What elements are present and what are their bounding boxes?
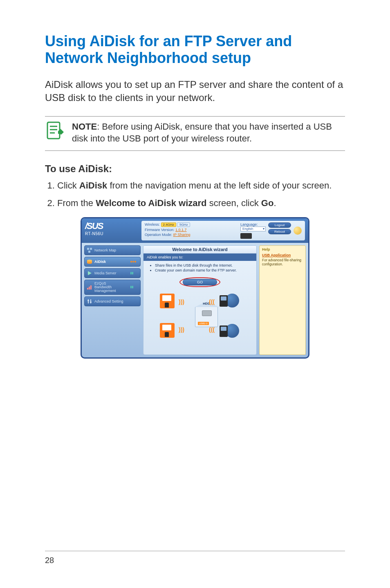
svg-rect-5 — [90, 248, 92, 250]
status-bars-icon — [130, 272, 139, 275]
status-bars-icon — [130, 285, 139, 289]
status-dots-icon — [130, 260, 139, 263]
footer-rule — [45, 551, 345, 551]
svg-rect-0 — [47, 122, 60, 139]
sidebar-item-media-server[interactable]: Media Server — [84, 268, 141, 278]
procedure-heading: To use AiDisk: — [45, 163, 345, 175]
router-house-icon: HDD USB2.0 — [195, 307, 218, 327]
aidisk-icon — [87, 259, 92, 265]
router-icon — [240, 233, 252, 239]
note-label: NOTE — [72, 121, 97, 132]
model-text: RT-N56U — [85, 231, 141, 236]
svg-rect-4 — [87, 248, 89, 250]
mobile-device-icon — [220, 292, 239, 309]
go-button[interactable]: GO — [183, 279, 217, 285]
reboot-button[interactable]: Reboot — [268, 229, 291, 234]
sidebar-item-label: Network Map — [94, 248, 116, 252]
svg-point-16 — [87, 300, 89, 301]
language-select[interactable]: English — [240, 227, 266, 231]
usb-application-link[interactable]: USB Application — [262, 253, 291, 257]
brand-logo: /SUS RT-N56U — [85, 221, 141, 236]
wizard-panel: Welcome to AiDisk wizard AiDisk enables … — [143, 245, 257, 355]
network-map-icon — [87, 247, 92, 253]
sidebar-item-advanced[interactable]: Advanced Setting — [84, 296, 141, 306]
firmware-row: Firmware Version: 1.0.1.7 — [145, 228, 190, 232]
svg-rect-6 — [88, 251, 90, 253]
svg-marker-10 — [88, 271, 92, 275]
sidebar-item-label: Advanced Setting — [94, 299, 123, 303]
aidisk-diagram: ))) ))) HDD USB2.0 ((( ((( — [148, 291, 251, 340]
qos-icon — [87, 284, 92, 290]
sidebar-item-aidisk[interactable]: AiDisk — [84, 257, 141, 267]
sidebar-item-label: Media Server — [94, 271, 117, 275]
procedure-steps: Click AiDisk from the navigation menu at… — [45, 180, 345, 210]
opmode-link[interactable]: IP Sharing — [173, 233, 191, 237]
wizard-title: Welcome to AiDisk wizard — [143, 246, 256, 254]
note-body: : Before using AiDisk, ensure that you h… — [72, 121, 332, 144]
help-heading: Help — [262, 247, 303, 251]
workstation-icon — [160, 294, 175, 308]
svg-rect-11 — [87, 288, 88, 290]
signal-waves-icon: ))) — [179, 298, 184, 305]
help-text: For advanced file-sharing configuration. — [262, 258, 303, 266]
svg-rect-13 — [90, 285, 92, 290]
hdd-icon — [202, 310, 212, 316]
opmode-row: Operation Mode: IP Sharing — [145, 233, 190, 237]
signal-waves-icon: ((( — [209, 326, 215, 333]
signal-waves-icon: ((( — [209, 298, 215, 305]
router-header: /SUS RT-N56U Wireless: 2.4GHz 5GHz Firmw… — [82, 218, 308, 243]
svg-rect-12 — [89, 287, 90, 290]
advanced-icon — [87, 298, 92, 304]
wizard-bullet-list: Share files in the USB disk through the … — [148, 263, 251, 272]
usb-badge: USB2.0 — [198, 322, 209, 325]
wizard-bullet: Create your own domain name for the FTP … — [155, 268, 251, 272]
brand-text: /SUS — [85, 221, 141, 231]
wizard-subtitle: AiDisk enables you to: — [143, 254, 256, 261]
wizard-bullet: Share files in the USB disk through the … — [155, 263, 251, 267]
wireless-row: Wireless: 2.4GHz 5GHz — [145, 222, 190, 227]
note-callout: NOTE: Before using AiDisk, ensure that y… — [45, 116, 345, 151]
note-text: NOTE: Before using AiDisk, ensure that y… — [72, 121, 345, 145]
intro-paragraph: AiDisk allows you to set up an FTP serve… — [45, 78, 345, 105]
step-2: From the Welcome to AiDisk wizard screen… — [57, 197, 345, 210]
page-title: Using AiDisk for an FTP Server and Netwo… — [45, 33, 345, 67]
sidebar-item-label: AiDisk — [94, 260, 106, 264]
sidebar-item-ezqos[interactable]: EzQoS Bandwidth Management — [84, 280, 141, 295]
band-5ghz-button[interactable]: 5GHz — [177, 222, 190, 227]
help-sidebar: Help USB Application For advanced file-s… — [259, 245, 306, 355]
note-icon — [45, 121, 65, 142]
media-server-icon — [87, 270, 92, 276]
band-24ghz-button[interactable]: 2.4GHz — [161, 222, 176, 227]
sidebar-item-label: EzQoS Bandwidth Management — [94, 282, 116, 293]
globe-icon[interactable] — [294, 227, 302, 235]
svg-point-9 — [87, 262, 92, 264]
workstation-icon — [160, 323, 175, 338]
mobile-device-icon — [220, 322, 239, 339]
header-info-bar: Wireless: 2.4GHz 5GHz Firmware Version: … — [141, 221, 305, 240]
sidebar-item-network-map[interactable]: Network Map — [84, 245, 141, 255]
step-1: Click AiDisk from the navigation menu at… — [57, 180, 345, 192]
sidebar-nav: Network Map AiDisk Media Server — [84, 245, 141, 355]
logout-button[interactable]: Logout — [268, 222, 291, 228]
page-number: 28 — [45, 556, 54, 565]
firmware-version-link[interactable]: 1.0.1.7 — [175, 228, 187, 232]
go-highlight-ring: GO — [179, 277, 220, 287]
signal-waves-icon: ))) — [179, 326, 184, 333]
router-ui-screenshot: /SUS RT-N56U Wireless: 2.4GHz 5GHz Firmw… — [81, 217, 309, 359]
svg-point-17 — [90, 301, 92, 303]
language-label: Language: — [240, 222, 266, 227]
